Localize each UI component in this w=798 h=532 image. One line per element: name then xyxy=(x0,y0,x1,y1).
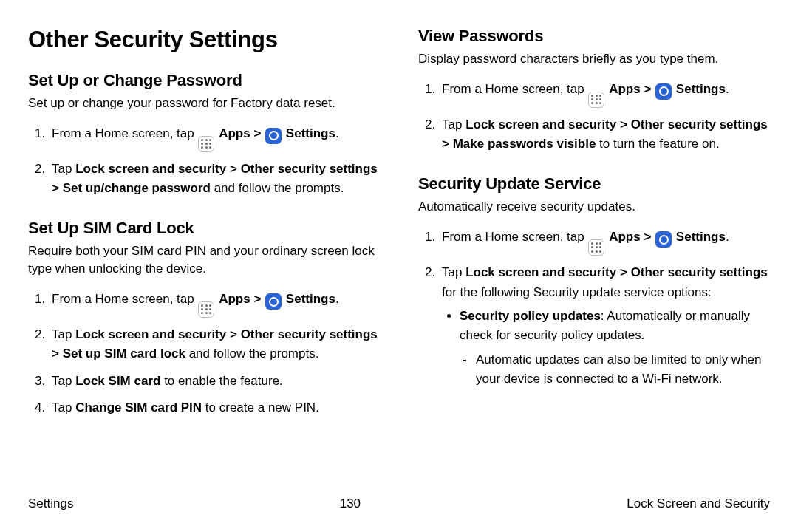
heading-security-update: Security Update Service xyxy=(418,174,770,194)
step-2: Tap Lock screen and security > Other sec… xyxy=(439,263,770,389)
step-1: From a Home screen, tap Apps > Settings. xyxy=(49,290,380,318)
page-title: Other Security Settings xyxy=(28,27,380,53)
section-password: Set Up or Change Password Set up or chan… xyxy=(28,71,380,198)
step-4: Tap Change SIM card PIN to create a new … xyxy=(49,398,380,417)
steps-view-passwords: From a Home screen, tap Apps > Settings.… xyxy=(418,80,770,154)
settings-icon xyxy=(265,293,282,310)
section-security-update: Security Update Service Automatically re… xyxy=(418,174,770,389)
left-column: Other Security Settings Set Up or Change… xyxy=(28,27,380,438)
right-column: View Passwords Display password characte… xyxy=(418,27,770,438)
desc-security-update: Automatically receive security updates. xyxy=(418,198,770,216)
heading-password: Set Up or Change Password xyxy=(28,71,380,90)
step-1: From a Home screen, tap Apps > Settings. xyxy=(49,124,380,152)
heading-view-passwords: View Passwords xyxy=(418,27,770,46)
desc-view-passwords: Display password characters briefly as y… xyxy=(418,50,770,68)
footer-left: Settings xyxy=(28,497,73,511)
desc-password: Set up or change your password for Facto… xyxy=(28,95,380,112)
dash-auto-updates: Automatic updates can also be limited to… xyxy=(476,350,770,389)
apps-icon xyxy=(198,301,214,318)
settings-icon xyxy=(265,128,282,144)
settings-icon xyxy=(655,83,672,100)
step-2: Tap Lock screen and security > Other sec… xyxy=(49,160,380,199)
steps-sim-lock: From a Home screen, tap Apps > Settings.… xyxy=(28,290,380,417)
step-2: Tap Lock screen and security > Other sec… xyxy=(49,325,380,364)
steps-password: From a Home screen, tap Apps > Settings.… xyxy=(28,124,380,199)
step-2: Tap Lock screen and security > Other sec… xyxy=(439,115,770,154)
step-1: From a Home screen, tap Apps > Settings. xyxy=(439,80,770,108)
dash-list: Automatic updates can also be limited to… xyxy=(460,350,770,389)
bullet-security-policy: Security policy updates: Automatically o… xyxy=(460,307,770,389)
section-view-passwords: View Passwords Display password characte… xyxy=(418,27,770,154)
desc-sim-lock: Require both your SIM card PIN and your … xyxy=(28,242,380,278)
section-sim-lock: Set Up SIM Card Lock Require both your S… xyxy=(28,219,380,417)
footer: Settings 130 Lock Screen and Security xyxy=(28,497,770,511)
step-1: From a Home screen, tap Apps > Settings. xyxy=(439,228,770,256)
step-3: Tap Lock SIM card to enable the feature. xyxy=(49,372,380,391)
page: Other Security Settings Set Up or Change… xyxy=(0,0,798,532)
apps-icon xyxy=(588,92,604,108)
footer-right: Lock Screen and Security xyxy=(627,497,770,511)
bullet-list: Security policy updates: Automatically o… xyxy=(442,307,770,389)
footer-page-number: 130 xyxy=(340,497,361,511)
steps-security-update: From a Home screen, tap Apps > Settings.… xyxy=(418,228,770,389)
apps-icon xyxy=(198,136,214,152)
content-columns: Other Security Settings Set Up or Change… xyxy=(28,27,770,438)
settings-icon xyxy=(655,231,672,248)
heading-sim-lock: Set Up SIM Card Lock xyxy=(28,219,380,238)
apps-icon xyxy=(588,239,604,256)
